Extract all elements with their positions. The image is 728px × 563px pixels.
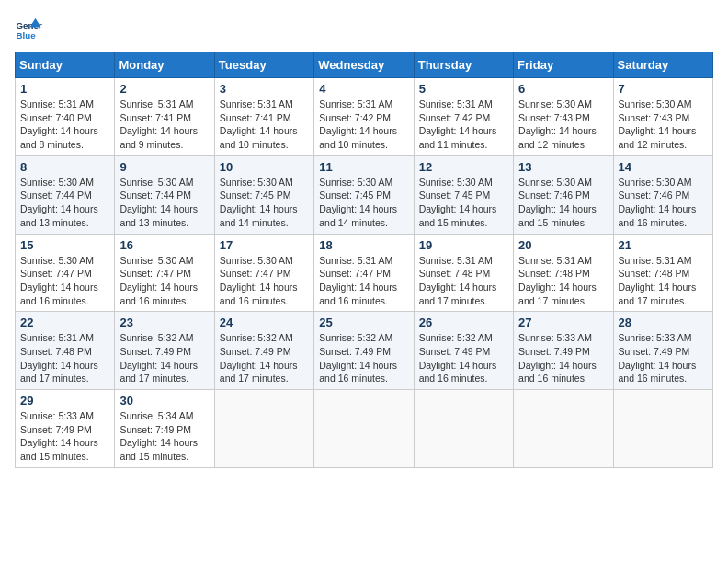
table-row: 14 Sunrise: 5:30 AMSunset: 7:46 PMDaylig… [613,155,712,234]
day-info: Sunrise: 5:31 AMSunset: 7:40 PMDaylight:… [20,98,98,150]
table-row: 18 Sunrise: 5:31 AMSunset: 7:47 PMDaylig… [314,234,414,312]
table-row [314,390,414,468]
day-number: 19 [419,238,508,252]
day-number: 4 [319,82,408,96]
table-row: 16 Sunrise: 5:30 AMSunset: 7:47 PMDaylig… [115,234,214,312]
day-info: Sunrise: 5:33 AMSunset: 7:49 PMDaylight:… [20,410,98,462]
day-number: 7 [619,82,708,96]
day-info: Sunrise: 5:30 AMSunset: 7:43 PMDaylight:… [619,98,697,150]
day-info: Sunrise: 5:32 AMSunset: 7:49 PMDaylight:… [119,332,198,384]
day-number: 3 [220,82,309,96]
day-info: Sunrise: 5:30 AMSunset: 7:47 PMDaylight:… [119,255,198,306]
day-number: 11 [319,160,408,174]
table-row: 4 Sunrise: 5:31 AMSunset: 7:42 PMDayligh… [314,78,414,156]
table-row: 20 Sunrise: 5:31 AMSunset: 7:48 PMDaylig… [514,234,613,312]
day-number: 8 [20,160,109,174]
day-info: Sunrise: 5:30 AMSunset: 7:44 PMDaylight:… [119,177,198,228]
table-row: 13 Sunrise: 5:30 AMSunset: 7:46 PMDaylig… [514,155,613,234]
day-info: Sunrise: 5:33 AMSunset: 7:49 PMDaylight:… [619,332,697,384]
table-row: 11 Sunrise: 5:30 AMSunset: 7:45 PMDaylig… [314,155,414,234]
table-row: 2 Sunrise: 5:31 AMSunset: 7:41 PMDayligh… [115,78,214,156]
day-info: Sunrise: 5:30 AMSunset: 7:46 PMDaylight:… [518,177,597,228]
day-number: 16 [119,238,209,252]
table-row: 1 Sunrise: 5:31 AMSunset: 7:40 PMDayligh… [16,78,115,156]
col-wednesday: Wednesday [314,52,414,78]
day-number: 18 [319,238,408,252]
day-number: 23 [119,316,209,329]
table-row: 6 Sunrise: 5:30 AMSunset: 7:43 PMDayligh… [514,78,613,156]
day-info: Sunrise: 5:32 AMSunset: 7:49 PMDaylight:… [319,332,397,384]
table-row: 9 Sunrise: 5:30 AMSunset: 7:44 PMDayligh… [115,155,214,234]
table-row [414,390,513,468]
day-info: Sunrise: 5:34 AMSunset: 7:49 PMDaylight:… [119,410,198,462]
day-info: Sunrise: 5:31 AMSunset: 7:47 PMDaylight:… [319,255,397,306]
calendar-table: Sunday Monday Tuesday Wednesday Thursday… [15,52,713,468]
day-number: 27 [518,316,608,329]
table-row: 23 Sunrise: 5:32 AMSunset: 7:49 PMDaylig… [115,312,214,390]
day-number: 29 [20,394,109,408]
col-thursday: Thursday [414,52,513,78]
day-number: 28 [619,316,708,329]
day-info: Sunrise: 5:33 AMSunset: 7:49 PMDaylight:… [518,332,597,384]
table-row [214,390,313,468]
table-row: 29 Sunrise: 5:33 AMSunset: 7:49 PMDaylig… [16,390,115,468]
table-row: 28 Sunrise: 5:33 AMSunset: 7:49 PMDaylig… [613,312,712,390]
day-number: 9 [119,160,209,174]
day-info: Sunrise: 5:31 AMSunset: 7:42 PMDaylight:… [319,98,397,150]
day-number: 1 [20,82,109,96]
day-info: Sunrise: 5:30 AMSunset: 7:45 PMDaylight:… [419,177,497,228]
table-row: 10 Sunrise: 5:30 AMSunset: 7:45 PMDaylig… [214,155,313,234]
day-info: Sunrise: 5:30 AMSunset: 7:43 PMDaylight:… [518,98,597,150]
day-info: Sunrise: 5:30 AMSunset: 7:47 PMDaylight:… [220,255,298,306]
table-row: 17 Sunrise: 5:30 AMSunset: 7:47 PMDaylig… [214,234,313,312]
day-number: 13 [518,160,608,174]
day-info: Sunrise: 5:30 AMSunset: 7:45 PMDaylight:… [220,177,298,228]
table-row: 22 Sunrise: 5:31 AMSunset: 7:48 PMDaylig… [16,312,115,390]
page-header: General Blue [15,15,713,42]
day-info: Sunrise: 5:30 AMSunset: 7:46 PMDaylight:… [619,177,697,228]
svg-text:Blue: Blue [17,30,37,40]
table-row: 7 Sunrise: 5:30 AMSunset: 7:43 PMDayligh… [613,78,712,156]
col-saturday: Saturday [613,52,712,78]
day-info: Sunrise: 5:31 AMSunset: 7:42 PMDaylight:… [419,98,497,150]
logo-icon: General Blue [15,15,42,42]
col-monday: Monday [115,52,214,78]
logo: General Blue [15,15,50,42]
table-row: 25 Sunrise: 5:32 AMSunset: 7:49 PMDaylig… [314,312,414,390]
table-row: 8 Sunrise: 5:30 AMSunset: 7:44 PMDayligh… [16,155,115,234]
day-info: Sunrise: 5:31 AMSunset: 7:48 PMDaylight:… [518,255,597,306]
day-info: Sunrise: 5:31 AMSunset: 7:48 PMDaylight:… [619,255,697,306]
day-number: 12 [419,160,508,174]
table-row: 15 Sunrise: 5:30 AMSunset: 7:47 PMDaylig… [16,234,115,312]
day-info: Sunrise: 5:32 AMSunset: 7:49 PMDaylight:… [220,332,298,384]
table-row: 21 Sunrise: 5:31 AMSunset: 7:48 PMDaylig… [613,234,712,312]
day-number: 14 [619,160,708,174]
day-info: Sunrise: 5:30 AMSunset: 7:44 PMDaylight:… [20,177,98,228]
table-row: 5 Sunrise: 5:31 AMSunset: 7:42 PMDayligh… [414,78,513,156]
day-info: Sunrise: 5:31 AMSunset: 7:48 PMDaylight:… [20,332,98,384]
day-info: Sunrise: 5:30 AMSunset: 7:47 PMDaylight:… [20,255,98,306]
day-number: 15 [20,238,109,252]
day-number: 24 [220,316,309,329]
day-info: Sunrise: 5:31 AMSunset: 7:41 PMDaylight:… [220,98,298,150]
table-row: 19 Sunrise: 5:31 AMSunset: 7:48 PMDaylig… [414,234,513,312]
day-number: 21 [619,238,708,252]
table-row: 26 Sunrise: 5:32 AMSunset: 7:49 PMDaylig… [414,312,513,390]
day-number: 25 [319,316,408,329]
col-friday: Friday [514,52,613,78]
table-row: 3 Sunrise: 5:31 AMSunset: 7:41 PMDayligh… [214,78,313,156]
table-row [514,390,613,468]
col-tuesday: Tuesday [214,52,313,78]
day-info: Sunrise: 5:32 AMSunset: 7:49 PMDaylight:… [419,332,497,384]
col-sunday: Sunday [16,52,115,78]
day-number: 5 [419,82,508,96]
table-row: 30 Sunrise: 5:34 AMSunset: 7:49 PMDaylig… [115,390,214,468]
day-number: 20 [518,238,608,252]
day-info: Sunrise: 5:31 AMSunset: 7:48 PMDaylight:… [419,255,497,306]
day-info: Sunrise: 5:30 AMSunset: 7:45 PMDaylight:… [319,177,397,228]
day-number: 10 [220,160,309,174]
table-row: 27 Sunrise: 5:33 AMSunset: 7:49 PMDaylig… [514,312,613,390]
day-info: Sunrise: 5:31 AMSunset: 7:41 PMDaylight:… [119,98,198,150]
table-row [613,390,712,468]
day-number: 22 [20,316,109,329]
